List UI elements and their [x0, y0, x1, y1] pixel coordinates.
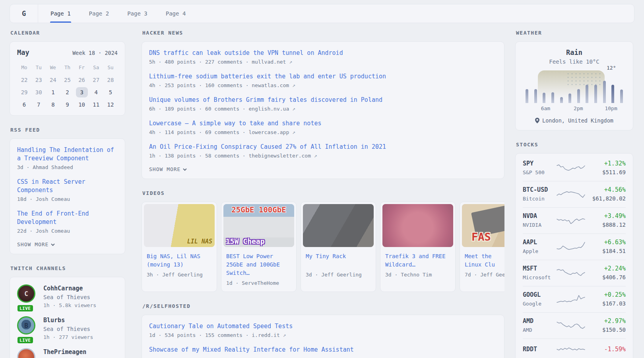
weather-widget: WEATHER Rain Feels like 10°C: [515, 30, 633, 130]
weather-section-title: WEATHER: [516, 30, 633, 36]
calendar-day: 8: [47, 99, 59, 110]
video-meta: 3d · Jeff Geerling: [306, 272, 371, 278]
hn-item-title[interactable]: Lowercase – A simple way to take and sha…: [149, 119, 497, 128]
weather-bar: [526, 89, 528, 103]
hn-item-title[interactable]: Lithium-free sodium batteries exit the l…: [149, 72, 497, 81]
calendar-card: May Week 18 · 2024 Mo Tu We Th Fr Sa Su …: [10, 41, 125, 116]
weekday-label: Mo: [17, 63, 31, 73]
stock-sparkline: [557, 188, 585, 200]
rss-show-more-button[interactable]: SHOW MORE: [17, 241, 118, 247]
stock-sparkline: [557, 319, 585, 331]
tab-page-3[interactable]: Page 3: [118, 4, 157, 23]
reddit-item-domain-link[interactable]: i.redd.it: [252, 332, 279, 338]
hn-item-domain-link[interactable]: mullvad.net: [252, 59, 286, 65]
tab-page-1[interactable]: Page 1: [41, 4, 80, 23]
video-meta: 3h · Jeff Geerling: [147, 272, 212, 278]
video-card[interactable]: LIL NAS Big NAS, Lil NAS (moving 13) 3h …: [142, 202, 217, 292]
video-thumbnail[interactable]: FAS: [462, 204, 504, 247]
twitch-section-title: TWITCH CHANNELS: [10, 265, 125, 271]
rss-item-title[interactable]: The End of Front-End Development: [17, 210, 118, 226]
video-card[interactable]: Traefik 3 and FREE Wildcard… 3d · Techno…: [380, 202, 456, 292]
stock-row[interactable]: RDDT -1.59%: [523, 339, 626, 358]
channel-name[interactable]: Blurbs: [43, 316, 93, 324]
hn-show-more-label: SHOW MORE: [149, 166, 180, 172]
video-title[interactable]: Meet the Linux Clu: [465, 252, 504, 269]
calendar-day: 30: [33, 87, 45, 97]
calendar-day: 10: [76, 99, 88, 110]
hn-item-title[interactable]: Unique volumes of Brothers Grimm fairy t…: [149, 96, 497, 104]
tab-page-2[interactable]: Page 2: [80, 4, 118, 23]
channel-avatar: C: [17, 284, 35, 303]
stocks-section-title: STOCKS: [516, 142, 633, 148]
video-title[interactable]: Traefik 3 and FREE Wildcard…: [385, 252, 450, 269]
twitch-channel-row[interactable]: ThePrimeagen: [17, 348, 118, 358]
tab-page-4[interactable]: Page 4: [157, 4, 195, 23]
weather-bar: [594, 85, 597, 103]
reddit-item: Showcase of my Mixed Reality Interface f…: [149, 346, 497, 354]
video-card[interactable]: FAS Meet the Linux Clu 7d · Jeff Geerlin…: [460, 202, 504, 292]
reddit-item-meta: 1d · 534 points · 155 comments · i.redd.…: [149, 331, 497, 339]
stock-name: Microsoft: [523, 274, 557, 281]
hackernews-widget: HACKER NEWS DNS traffic can leak outside…: [142, 30, 504, 179]
stock-row[interactable]: NVDANVIDIA +3.49%$888.12: [523, 207, 626, 233]
stock-row[interactable]: AAPLApple +6.63%$184.51: [523, 233, 626, 260]
video-card[interactable]: 25GbE 100GbE 15W Cheap BEST Low Power 25…: [221, 202, 297, 292]
video-thumbnail[interactable]: [382, 204, 453, 247]
weather-condition: Rain: [524, 49, 625, 56]
weekday-label: Tu: [31, 63, 46, 73]
video-thumbnail[interactable]: [303, 204, 374, 247]
hn-item-meta: 1h · 138 points · 58 comments · thebigne…: [149, 152, 497, 160]
stock-symbol: SPY: [523, 160, 557, 167]
rss-item-title[interactable]: CSS in React Server Components: [17, 178, 118, 195]
selfhosted-widget: /R/SELFHOSTED Cautionary Tale on Automat…: [142, 303, 504, 358]
channel-name[interactable]: CohhCarnage: [43, 284, 96, 292]
hn-show-more-button[interactable]: SHOW MORE: [149, 166, 497, 172]
video-thumbnail[interactable]: LIL NAS: [144, 204, 215, 247]
twitch-channel-row[interactable]: B LIVE Blurbs Sea of Thieves 1h · 277 vi…: [17, 316, 118, 341]
reddit-item-title[interactable]: Cautionary Tale on Automated Speed Tests: [149, 322, 497, 331]
calendar-day: 11: [90, 99, 102, 110]
stock-row[interactable]: AMDAMD +2.97%$150.50: [523, 312, 626, 339]
stock-symbol: MSFT: [523, 265, 557, 272]
channel-game: Sea of Thieves: [43, 293, 96, 301]
twitch-channel-row[interactable]: C LIVE CohhCarnage Sea of Thieves 1h · 5…: [17, 284, 118, 309]
video-title[interactable]: Big NAS, Lil NAS (moving 13): [147, 252, 212, 269]
hn-item-domain-link[interactable]: newatlas.com: [252, 82, 289, 88]
stock-row[interactable]: GOOGLGoogle +0.25%$167.03: [523, 286, 626, 312]
video-card[interactable]: My Tiny Rack 3d · Jeff Geerling: [301, 202, 376, 292]
stock-row[interactable]: SPYS&P 500 +1.32%$511.69: [523, 155, 626, 181]
stock-symbol: GOOGL: [523, 291, 557, 299]
time-label: 6am: [541, 105, 550, 111]
channel-name[interactable]: ThePrimeagen: [43, 348, 86, 356]
hn-item-title[interactable]: An Oil Price-Fixing Conspiracy Caused 27…: [149, 143, 497, 151]
stock-row[interactable]: BTC-USDBitcoin +4.56%$61,820.02: [523, 181, 626, 207]
stock-sparkline: [557, 267, 585, 279]
hn-item-title[interactable]: DNS traffic can leak outside the VPN tun…: [149, 49, 497, 57]
top-nav: G Page 1 Page 2 Page 3 Page 4: [10, 4, 634, 23]
thumbnail-text: FAS: [471, 231, 491, 243]
hn-item: Unique volumes of Brothers Grimm fairy t…: [149, 96, 497, 113]
weather-bar: [560, 97, 563, 103]
reddit-item-title[interactable]: Showcase of my Mixed Reality Interface f…: [149, 346, 497, 354]
twitch-widget: TWITCH CHANNELS C LIVE CohhCarnage Sea o…: [10, 265, 125, 358]
weather-time-axis: 6am 2pm 10pm: [525, 105, 623, 113]
video-title[interactable]: BEST Low Power 25GbE and 100GbE Switch…: [226, 252, 291, 277]
rss-item-title[interactable]: Handling The Indentation of a Treeview C…: [17, 146, 118, 163]
video-thumbnail[interactable]: 25GbE 100GbE 15W Cheap: [223, 204, 294, 247]
hn-item-domain-link[interactable]: thebignewsletter.com: [248, 153, 311, 159]
thumbnail-text: 25GbE 100GbE: [223, 205, 294, 214]
stock-row[interactable]: MSFTMicrosoft +2.24%$406.76: [523, 260, 626, 286]
calendar-day: 25: [61, 75, 73, 85]
weather-bar: [603, 81, 606, 103]
hn-item-stats: 6h · 189 points · 60 comments ·: [149, 106, 246, 112]
video-title[interactable]: My Tiny Rack: [306, 252, 371, 269]
hn-item-domain-link[interactable]: lowercase.app: [248, 129, 289, 135]
video-meta: 7d · Jeff Geerling: [465, 272, 504, 278]
rss-show-more-label: SHOW MORE: [17, 241, 48, 247]
thumbnail-text: LIL NAS: [187, 238, 212, 245]
weather-bar: [551, 92, 554, 103]
hn-item-domain-link[interactable]: english.nv.ua: [248, 106, 289, 112]
calendar-day: 12: [105, 99, 116, 110]
weather-bar: [568, 93, 571, 103]
weather-bar: [577, 89, 580, 103]
